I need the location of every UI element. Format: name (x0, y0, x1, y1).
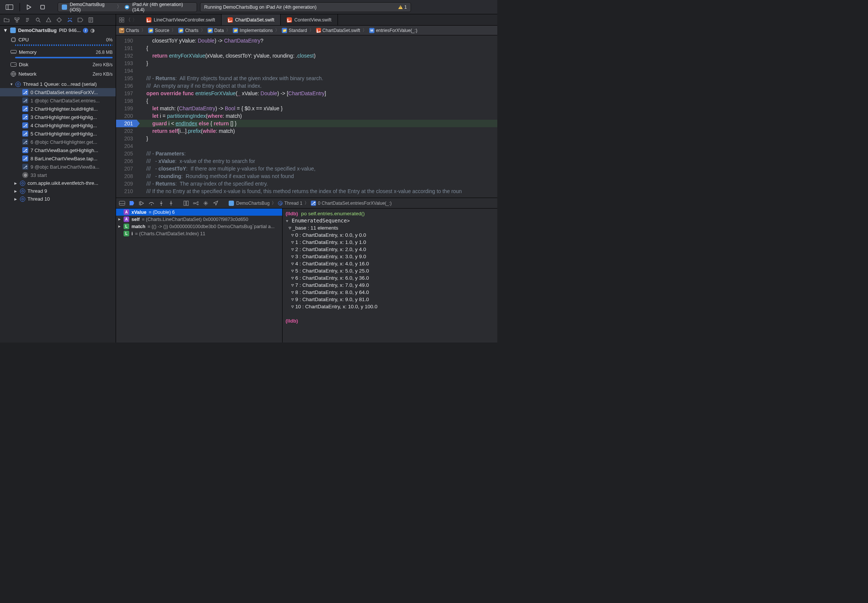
svg-line-9 (39, 21, 40, 22)
tab-label: ChartDataSet.swift (235, 17, 274, 23)
disk-metric[interactable]: Disk Zero KB/s (0, 60, 116, 69)
debug-nav-icon[interactable] (66, 17, 73, 23)
debug-breadcrumb[interactable]: DemoChartsBug〉 Thread 1〉 ⎇ 0 ChartDataSe… (228, 200, 392, 206)
environment-icon[interactable] (203, 200, 209, 206)
svg-rect-17 (119, 18, 121, 20)
jumpbar-item[interactable]: Implementations (240, 28, 273, 33)
issue-nav-icon[interactable] (45, 17, 52, 23)
related-items-icon[interactable] (119, 17, 124, 23)
frame-icon: ⎇ (22, 114, 28, 120)
jumpbar-item[interactable]: Charts (185, 28, 198, 33)
jumpbar-item[interactable]: Charts (126, 28, 139, 33)
code-editor[interactable]: 1901911921931941951961971981992002012022… (116, 36, 497, 198)
view-debug-icon[interactable] (183, 200, 189, 206)
warning-count: 1 (404, 5, 407, 10)
bc-frame: 0 ChartDataSet.entriesForXValue(_:) (318, 201, 392, 206)
activity-status[interactable]: Running DemoChartsBug on iPad Air (4th g… (200, 2, 411, 12)
variable-row[interactable]: Li = (Charts.ChartDataSet.Index) 11 (116, 230, 282, 237)
bc-app: DemoChartsBug (236, 201, 270, 206)
run-button[interactable] (24, 3, 34, 12)
stop-button[interactable] (37, 3, 48, 12)
location-icon[interactable] (212, 200, 219, 206)
folder-icon: 📁 (233, 28, 238, 33)
info-icon[interactable]: i (83, 28, 88, 33)
package-icon: 📦 (119, 28, 124, 33)
stack-frame-row[interactable]: ▶⎇7 ChartViewBase.getHighligh... (0, 146, 116, 154)
network-metric[interactable]: Network Zero KB/s (0, 69, 116, 79)
metric-label: Disk (19, 62, 28, 67)
stack-frame-row[interactable]: ▶⎇9 @objc BarLineChartViewBa... (0, 162, 116, 171)
sidebar-toggle-button[interactable] (3, 3, 16, 12)
jumpbar-item[interactable]: Data (214, 28, 224, 33)
editor-tab[interactable]: LineChartViewController.swift (140, 14, 222, 25)
forward-button[interactable]: 〉 (132, 17, 137, 23)
frame-icon: ⎇ (22, 89, 28, 95)
step-into-button[interactable] (158, 200, 164, 206)
thread-row[interactable]: ▶ Thread 10 (0, 195, 116, 203)
stack-frame-row[interactable]: ▶⎇3 ChartHighlighter.getHighlig... (0, 113, 116, 121)
scheme-selector[interactable]: DemoChartsBug (iOS) 〉 iPad Air (4th gene… (57, 2, 197, 12)
warning-indicator[interactable]: 1 (398, 5, 407, 10)
step-over-button[interactable] (149, 200, 155, 206)
report-nav-icon[interactable] (87, 17, 94, 23)
variable-row[interactable]: ▶Lmatch = (() -> ()) 0x0000000100dbe3b0 … (116, 223, 282, 230)
step-out-button[interactable] (168, 200, 174, 206)
frame-label: 2 ChartHighlighter.buildHighli... (31, 106, 98, 112)
disclosure-icon[interactable]: ▶ (118, 225, 121, 228)
cpu-metric[interactable]: CPU 0% (0, 35, 116, 45)
frame-icon: ⎇ (22, 106, 28, 112)
svg-rect-5 (15, 18, 16, 19)
symbol-nav-icon[interactable] (24, 17, 31, 23)
stack-frame-row[interactable]: ▶⎇1 @objc ChartDataSet.entries... (0, 96, 116, 105)
code-content[interactable]: closestToY yValue: Double) -> ChartDataE… (137, 36, 497, 198)
stack-frame-row[interactable]: ▶⎇6 @objc ChartHighlighter.get... (0, 138, 116, 146)
stack-frame-row[interactable]: ▶⎇0 ChartDataSet.entriesForXV... (0, 88, 116, 96)
stack-frame-row[interactable]: ▶⚙33 start (0, 171, 116, 179)
process-header[interactable]: ▼ DemoChartsBug PID 946... i ◑ (0, 26, 116, 35)
breakpoint-nav-icon[interactable] (77, 17, 84, 23)
stack-frame-row[interactable]: ▶⎇2 ChartHighlighter.buildHighli... (0, 105, 116, 113)
debug-toolbar: DemoChartsBug〉 Thread 1〉 ⎇ 0 ChartDataSe… (116, 198, 497, 209)
variables-view[interactable]: AxValue = (Double) 6▶Aself = (Charts.Lin… (116, 209, 282, 343)
svg-rect-12 (12, 38, 15, 42)
editor-tab[interactable]: ContentView.swift (281, 14, 338, 25)
svg-rect-6 (18, 18, 19, 19)
stack-frame-row[interactable]: ▶⎇8 BarLineChartViewBase.tap... (0, 154, 116, 162)
thread-row[interactable]: ▶ Thread 9 (0, 187, 116, 195)
frame-icon: ⎇ (22, 97, 28, 104)
svg-rect-3 (62, 5, 67, 10)
jumpbar-item[interactable]: Standard (288, 28, 307, 33)
var-name: match (132, 224, 146, 229)
variable-row[interactable]: ▶Aself = (Charts.LineChartDataSet) 0x000… (116, 216, 282, 223)
memory-graph-icon[interactable] (193, 200, 199, 206)
frame-label: 5 ChartHighlighter.getHighlig... (31, 131, 97, 137)
disclosure-icon[interactable]: ▶ (118, 218, 121, 221)
var-name: i (132, 231, 133, 237)
jump-bar[interactable]: 📦 Charts〉 📁 Source〉 📁 Charts〉 📁 Data〉 📁 … (116, 26, 497, 36)
jumpbar-item[interactable]: ChartDataSet.swift (322, 28, 360, 33)
stack-frame-row[interactable]: ▶⎇5 ChartHighlighter.getHighlig... (0, 130, 116, 138)
thread-row[interactable]: ▶ com.apple.uikit.eventfetch-thre... (0, 179, 116, 187)
disclosure-icon[interactable]: ▼ (3, 28, 8, 33)
bc-thread: Thread 1 (284, 201, 302, 206)
svg-point-29 (197, 201, 198, 203)
folder-nav-icon[interactable] (3, 17, 10, 23)
stack-frame-row[interactable]: ▶⎇4 ChartHighlighter.getHighlig... (0, 121, 116, 130)
hide-debug-icon[interactable] (119, 200, 125, 206)
options-icon[interactable]: ◑ (90, 28, 95, 33)
back-button[interactable]: 〈 (126, 17, 131, 23)
jumpbar-item[interactable]: Source (155, 28, 169, 33)
find-nav-icon[interactable] (35, 17, 42, 23)
lldb-console[interactable]: (lldb) po self.entries.enumerated() ▿ En… (282, 209, 497, 343)
thread-row[interactable]: ▼ Thread 1 Queue: co...read (serial) (0, 80, 116, 88)
memory-metric[interactable]: Memory 26.8 MB (0, 48, 116, 57)
source-control-icon[interactable] (14, 17, 20, 23)
jumpbar-item[interactable]: entriesForXValue(_:) (376, 28, 417, 33)
editor-tab[interactable]: ChartDataSet.swift (222, 14, 281, 25)
continue-button[interactable] (139, 200, 145, 206)
test-nav-icon[interactable] (56, 17, 62, 23)
breakpoint-toggle[interactable] (129, 200, 135, 206)
variable-row[interactable]: AxValue = (Double) 6 (116, 209, 282, 216)
main-toolbar: DemoChartsBug (iOS) 〉 iPad Air (4th gene… (0, 0, 497, 14)
frame-icon: ⎇ (22, 139, 28, 145)
